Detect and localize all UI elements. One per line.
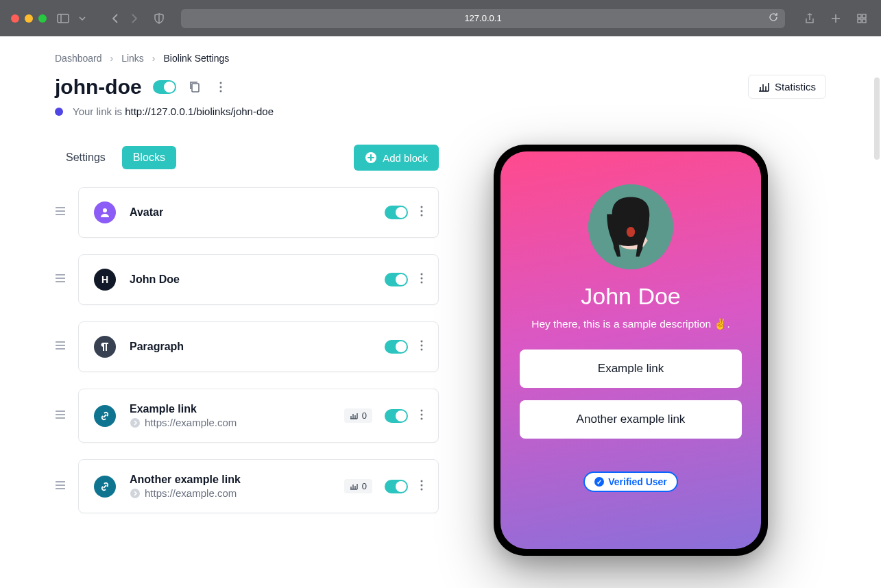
page-content: Dashboard › Links › Biolink Settings joh…: [0, 36, 881, 588]
block-toggle[interactable]: [385, 273, 408, 286]
block-row: Another example link https://example.com…: [55, 459, 439, 513]
block-card-link[interactable]: Example link https://example.com 0: [78, 389, 439, 443]
block-card-heading[interactable]: H John Doe: [78, 254, 439, 305]
block-card-paragraph[interactable]: Paragraph: [78, 321, 439, 372]
click-count: 0: [362, 481, 367, 491]
click-count-pill[interactable]: 0: [344, 479, 372, 493]
svg-point-31: [421, 282, 423, 284]
link-block-icon: [94, 476, 116, 498]
sidebar-toggle-icon[interactable]: [55, 10, 71, 27]
svg-point-60: [421, 484, 423, 486]
breadcrumb: Dashboard › Links › Biolink Settings: [55, 53, 826, 64]
url-bar[interactable]: 127.0.0.1: [181, 9, 785, 28]
add-block-label: Add block: [383, 152, 428, 164]
svg-rect-8: [862, 19, 866, 23]
svg-point-25: [421, 215, 423, 217]
svg-point-10: [219, 82, 221, 84]
drag-handle-icon[interactable]: [55, 410, 67, 422]
block-title: Avatar: [130, 206, 371, 219]
check-circle-icon: ✓: [594, 477, 604, 487]
preview-description: Hey there, this is a sample description …: [531, 318, 730, 330]
breadcrumb-dashboard[interactable]: Dashboard: [55, 53, 102, 64]
scrollbar[interactable]: [874, 77, 880, 160]
drag-handle-icon[interactable]: [55, 273, 67, 286]
preview-link-button[interactable]: Example link: [520, 350, 742, 388]
arrow-circle-icon: [130, 417, 141, 428]
shield-icon[interactable]: [151, 10, 167, 27]
blocks-list: Avatar: [55, 187, 439, 513]
chart-icon: [350, 483, 358, 490]
status-indicator: [55, 108, 63, 116]
link-info: Your link is http://127.0.0.1/biolinks/j…: [55, 106, 826, 117]
svg-rect-5: [858, 14, 861, 18]
new-tab-icon[interactable]: [828, 10, 844, 27]
drag-handle-icon[interactable]: [55, 341, 67, 353]
preview-avatar: [588, 184, 673, 269]
window-maximize-button[interactable]: [38, 14, 47, 23]
chevron-down-icon[interactable]: [74, 10, 90, 27]
svg-rect-7: [858, 19, 861, 23]
block-card-link[interactable]: Another example link https://example.com…: [78, 459, 439, 513]
chevron-right-icon: ›: [152, 53, 156, 64]
page-header: john-doe Statistics: [55, 75, 826, 99]
svg-point-41: [130, 418, 140, 428]
drag-handle-icon[interactable]: [55, 480, 67, 493]
chart-icon: [350, 413, 358, 419]
click-count-pill[interactable]: 0: [344, 408, 372, 423]
link-url[interactable]: http://127.0.0.1/biolinks/john-doe: [125, 106, 274, 117]
preview-name: John Doe: [581, 283, 681, 310]
block-toggle[interactable]: [385, 480, 408, 493]
block-row: Example link https://example.com 0: [55, 389, 439, 443]
svg-point-64: [635, 217, 640, 223]
page-title: john-doe: [55, 75, 142, 99]
svg-rect-0: [58, 14, 69, 23]
avatar-block-icon: [94, 201, 116, 223]
block-toggle[interactable]: [385, 340, 408, 354]
share-icon[interactable]: [801, 10, 818, 27]
tabs-grid-icon[interactable]: [854, 10, 870, 27]
svg-rect-6: [862, 14, 866, 18]
block-more-icon[interactable]: [420, 480, 423, 493]
block-more-icon[interactable]: [420, 206, 423, 219]
statistics-button[interactable]: Statistics: [748, 75, 826, 99]
block-toggle[interactable]: [385, 206, 408, 219]
back-button[interactable]: [107, 10, 123, 27]
heading-block-icon: H: [94, 269, 116, 291]
svg-point-63: [621, 217, 626, 223]
block-more-icon[interactable]: [420, 409, 423, 423]
tab-settings[interactable]: Settings: [55, 146, 117, 169]
block-row: H John Doe: [55, 254, 439, 305]
link-prefix: Your link is: [73, 106, 125, 117]
preview-link-button[interactable]: Another example link: [520, 400, 742, 439]
breadcrumb-links[interactable]: Links: [121, 53, 144, 64]
drag-handle-icon[interactable]: [55, 206, 67, 219]
copy-icon[interactable]: [187, 79, 202, 95]
svg-point-22: [103, 208, 107, 212]
block-row: Avatar: [55, 187, 439, 238]
svg-point-59: [421, 480, 423, 482]
traffic-lights: [11, 14, 47, 23]
verified-badge: ✓ Verified User: [583, 471, 678, 492]
svg-point-30: [421, 278, 423, 280]
window-minimize-button[interactable]: [25, 14, 33, 23]
svg-point-35: [421, 341, 423, 343]
svg-rect-9: [192, 84, 199, 92]
block-more-icon[interactable]: [420, 340, 423, 354]
svg-point-47: [421, 409, 423, 411]
window-close-button[interactable]: [11, 14, 19, 23]
forward-button[interactable]: [126, 10, 143, 27]
block-card-avatar[interactable]: Avatar: [78, 187, 439, 238]
add-block-button[interactable]: Add block: [354, 145, 439, 171]
biolink-enabled-toggle[interactable]: [153, 80, 176, 94]
more-options-icon[interactable]: [213, 79, 228, 95]
block-title: Example link: [130, 403, 330, 415]
block-toggle[interactable]: [385, 409, 408, 423]
plus-circle-icon: [365, 151, 377, 164]
svg-point-65: [627, 227, 635, 237]
block-sub-url: https://example.com: [145, 417, 237, 428]
link-block-icon: [94, 405, 116, 427]
block-more-icon[interactable]: [420, 273, 423, 286]
refresh-icon[interactable]: [769, 12, 778, 24]
svg-point-53: [130, 489, 140, 498]
tab-blocks[interactable]: Blocks: [122, 146, 176, 169]
